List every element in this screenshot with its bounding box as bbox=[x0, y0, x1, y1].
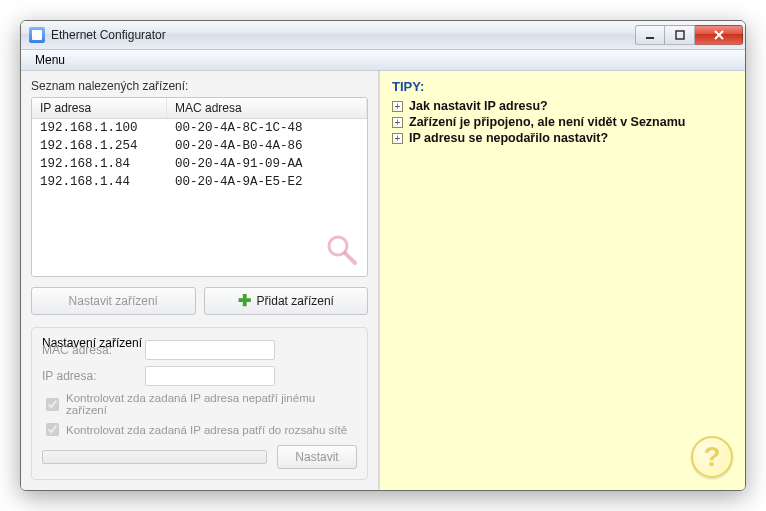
button-row: Nastavit zařízení ✚ Přidat zařízení bbox=[31, 287, 368, 315]
expand-icon[interactable]: + bbox=[392, 101, 403, 112]
check-range-row: Kontrolovat zda zadaná IP adresa patří d… bbox=[42, 420, 357, 439]
cell-ip: 192.168.1.254 bbox=[32, 138, 167, 154]
window-controls bbox=[635, 25, 743, 45]
svg-line-5 bbox=[345, 253, 355, 263]
column-header-ip[interactable]: IP adresa bbox=[32, 98, 167, 118]
tip-row[interactable]: + Jak nastavit IP adresu? bbox=[392, 98, 733, 114]
cell-mac: 00-20-4A-8C-1C-48 bbox=[167, 120, 367, 136]
device-list-header: IP adresa MAC adresa bbox=[32, 98, 367, 119]
content: Seznam nalezených zařízení: IP adresa MA… bbox=[21, 71, 745, 490]
minimize-button[interactable] bbox=[635, 25, 665, 45]
device-list-body: 192.168.1.100 00-20-4A-8C-1C-48 192.168.… bbox=[32, 119, 367, 191]
device-list-label: Seznam nalezených zařízení: bbox=[31, 79, 368, 93]
tip-row[interactable]: + IP adresu se nepodařilo nastavit? bbox=[392, 130, 733, 146]
app-icon bbox=[29, 27, 45, 43]
mac-row: MAC adresa: bbox=[42, 340, 357, 360]
column-header-mac[interactable]: MAC adresa bbox=[167, 98, 367, 118]
table-row[interactable]: 192.168.1.84 00-20-4A-91-09-AA bbox=[32, 155, 367, 173]
configure-device-label: Nastavit zařízení bbox=[69, 294, 158, 308]
expand-icon[interactable]: + bbox=[392, 117, 403, 128]
tip-label: IP adresu se nepodařilo nastavit? bbox=[409, 131, 608, 145]
maximize-button[interactable] bbox=[665, 25, 695, 45]
cell-mac: 00-20-4A-91-09-AA bbox=[167, 156, 367, 172]
menubar: Menu bbox=[21, 50, 745, 71]
search-icon bbox=[325, 233, 359, 270]
left-panel: Seznam nalezených zařízení: IP adresa MA… bbox=[21, 71, 379, 490]
ip-label: IP adresa: bbox=[42, 369, 137, 383]
help-icon[interactable]: ? bbox=[691, 436, 733, 478]
titlebar: Ethernet Configurator bbox=[21, 21, 745, 50]
mac-label: MAC adresa: bbox=[42, 343, 137, 357]
device-list[interactable]: IP adresa MAC adresa 192.168.1.100 00-20… bbox=[31, 97, 368, 277]
svg-rect-1 bbox=[676, 31, 684, 39]
check-range[interactable] bbox=[46, 423, 59, 436]
ip-input[interactable] bbox=[145, 366, 275, 386]
tip-label: Zařízení je připojeno, ale není vidět v … bbox=[409, 115, 685, 129]
window: Ethernet Configurator Menu Seznam naleze… bbox=[20, 20, 746, 491]
close-button[interactable] bbox=[695, 25, 743, 45]
table-row[interactable]: 192.168.1.100 00-20-4A-8C-1C-48 bbox=[32, 119, 367, 137]
cell-ip: 192.168.1.44 bbox=[32, 174, 167, 190]
mac-input[interactable] bbox=[145, 340, 275, 360]
plus-icon: ✚ bbox=[238, 293, 251, 309]
table-row[interactable]: 192.168.1.254 00-20-4A-B0-4A-86 bbox=[32, 137, 367, 155]
cell-mac: 00-20-4A-B0-4A-86 bbox=[167, 138, 367, 154]
device-settings-group: Nastavení zařízení MAC adresa: IP adresa… bbox=[31, 327, 368, 480]
set-button-label: Nastavit bbox=[295, 450, 338, 464]
ip-row: IP adresa: bbox=[42, 366, 357, 386]
add-device-label: Přidat zařízení bbox=[257, 294, 334, 308]
cell-ip: 192.168.1.100 bbox=[32, 120, 167, 136]
check-conflict-row: Kontrolovat zda zadaná IP adresa nepatří… bbox=[42, 392, 357, 416]
expand-icon[interactable]: + bbox=[392, 133, 403, 144]
configure-device-button[interactable]: Nastavit zařízení bbox=[31, 287, 196, 315]
cell-ip: 192.168.1.84 bbox=[32, 156, 167, 172]
cell-mac: 00-20-4A-9A-E5-E2 bbox=[167, 174, 367, 190]
check-range-label: Kontrolovat zda zadaná IP adresa patří d… bbox=[66, 424, 347, 436]
progress-bar bbox=[42, 450, 267, 464]
help-label: ? bbox=[703, 441, 720, 473]
add-device-button[interactable]: ✚ Přidat zařízení bbox=[204, 287, 369, 315]
set-button[interactable]: Nastavit bbox=[277, 445, 357, 469]
tips-panel: TIPY: + Jak nastavit IP adresu? + Zaříze… bbox=[379, 71, 745, 490]
tips-header: TIPY: bbox=[392, 79, 733, 94]
tip-label: Jak nastavit IP adresu? bbox=[409, 99, 548, 113]
window-title: Ethernet Configurator bbox=[51, 28, 635, 42]
tip-row[interactable]: + Zařízení je připojeno, ale není vidět … bbox=[392, 114, 733, 130]
settings-bottom-row: Nastavit bbox=[42, 445, 357, 469]
menu-item-menu[interactable]: Menu bbox=[27, 51, 73, 69]
check-conflict[interactable] bbox=[46, 398, 59, 411]
table-row[interactable]: 192.168.1.44 00-20-4A-9A-E5-E2 bbox=[32, 173, 367, 191]
check-conflict-label: Kontrolovat zda zadaná IP adresa nepatří… bbox=[66, 392, 357, 416]
